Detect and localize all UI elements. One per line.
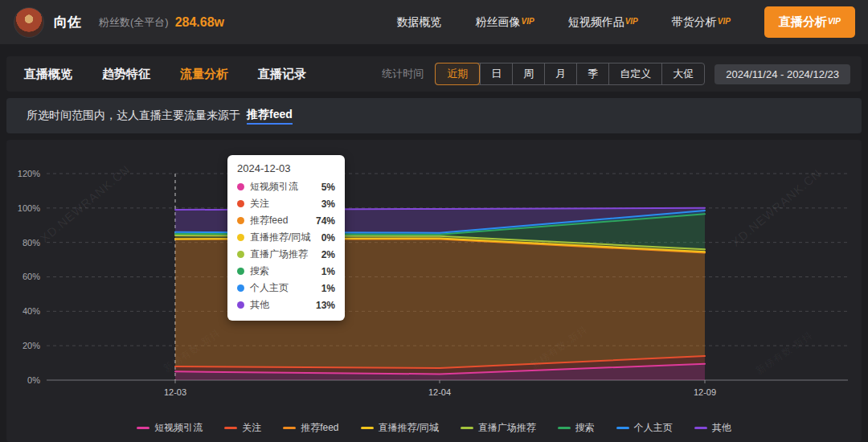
legend-item[interactable]: 搜索	[558, 421, 595, 435]
legend-item[interactable]: 个人主页	[616, 421, 673, 435]
tooltip-series-label: 个人主页	[250, 281, 317, 295]
tooltip-rows: 短视频引流5%关注3%推荐feed74%直播推荐/同城0%直播广场推荐2%搜索1…	[237, 178, 335, 313]
legend-line-marker	[137, 427, 149, 429]
series-color-dot	[237, 268, 244, 275]
fans-count-label: 粉丝数(全平台)	[99, 15, 169, 30]
svg-text:80%: 80%	[23, 238, 40, 248]
series-color-dot	[237, 284, 244, 292]
chart-legend: 短视频引流关注推荐feed直播推荐/同城直播广场推荐搜索个人主页其他	[0, 421, 868, 435]
period-day[interactable]: 日	[480, 63, 512, 84]
nav-item-sales-analysis[interactable]: 带货分析VIP	[672, 15, 731, 30]
legend-item[interactable]: 关注	[224, 421, 261, 435]
avatar[interactable]	[14, 7, 44, 38]
tooltip-series-label: 关注	[250, 197, 317, 211]
legend-line-marker	[361, 427, 374, 429]
legend-label: 关注	[242, 421, 261, 435]
summary-text: 所选时间范围内，达人直播主要流量来源于	[27, 108, 240, 123]
legend-line-marker	[616, 427, 629, 429]
tooltip-row: 直播广场推荐2%	[237, 246, 335, 263]
top-header: 向佐 粉丝数(全平台) 284.68w 数据概览 粉丝画像VIP 短视频作品VI…	[0, 0, 868, 44]
period-custom[interactable]: 自定义	[608, 63, 661, 84]
period-recent[interactable]: 近期	[435, 63, 480, 85]
top-nav: 数据概览 粉丝画像VIP 短视频作品VIP 带货分析VIP 直播分析VIP	[397, 6, 856, 38]
legend-line-marker	[461, 427, 473, 429]
tab-live-overview[interactable]: 直播概览	[24, 67, 72, 82]
page: 向佐 粉丝数(全平台) 284.68w 数据概览 粉丝画像VIP 短视频作品VI…	[0, 0, 868, 442]
stat-time-label: 统计时间	[382, 67, 424, 81]
nav-item-video-works[interactable]: 短视频作品VIP	[568, 15, 638, 30]
tooltip-series-value: 1%	[321, 266, 335, 277]
live-tabs: 直播概览 趋势特征 流量分析 直播记录	[24, 67, 306, 82]
period-month[interactable]: 月	[544, 63, 576, 84]
legend-line-marker	[283, 427, 296, 429]
summary-highlight-link[interactable]: 推荐feed	[247, 108, 293, 125]
traffic-source-chart[interactable]: 0%20%40%60%80%100%120%12-0312-0412-09	[0, 145, 868, 442]
tooltip-series-label: 直播广场推荐	[250, 248, 317, 261]
tooltip-row: 其他13%	[237, 297, 335, 313]
summary-banner: 所选时间范围内，达人直播主要流量来源于 推荐feed	[6, 98, 862, 133]
tooltip-series-value: 0%	[321, 232, 335, 244]
legend-label: 直播广场推荐	[478, 421, 536, 435]
svg-text:12-04: 12-04	[428, 387, 451, 397]
legend-item[interactable]: 推荐feed	[283, 421, 338, 435]
tooltip-series-value: 3%	[321, 198, 335, 210]
vip-badge: VIP	[522, 17, 534, 26]
period-quarter[interactable]: 季	[576, 63, 608, 84]
tooltip-series-label: 推荐feed	[250, 214, 311, 227]
tooltip-series-value: 1%	[321, 283, 335, 294]
date-range-picker[interactable]: 2024/11/24 - 2024/12/23	[714, 64, 850, 84]
svg-text:100%: 100%	[18, 203, 40, 213]
series-color-dot	[237, 183, 244, 190]
period-selector: 近期 日 周 月 季 自定义 大促	[435, 63, 705, 85]
tab-live-records[interactable]: 直播记录	[258, 67, 306, 82]
tooltip-series-label: 其他	[250, 298, 311, 312]
series-color-dot	[237, 234, 244, 241]
nav-item-data-overview[interactable]: 数据概览	[397, 15, 442, 30]
nav-button-live-analysis[interactable]: 直播分析VIP	[764, 6, 855, 38]
svg-text:120%: 120%	[18, 169, 40, 178]
legend-label: 其他	[712, 421, 731, 435]
tooltip-series-label: 搜索	[250, 264, 317, 278]
vip-badge: VIP	[718, 17, 731, 26]
legend-label: 直播推荐/同城	[379, 421, 439, 435]
svg-text:0%: 0%	[27, 375, 40, 385]
legend-label: 搜索	[575, 421, 595, 435]
tooltip-row: 关注3%	[237, 195, 335, 212]
account-name: 向佐	[54, 13, 81, 31]
tooltip-row: 直播推荐/同城0%	[237, 229, 335, 246]
legend-item[interactable]: 直播推荐/同城	[361, 421, 439, 435]
svg-text:20%: 20%	[23, 341, 40, 350]
legend-label: 个人主页	[634, 421, 673, 435]
tab-trend-features[interactable]: 趋势特征	[102, 67, 150, 82]
legend-item[interactable]: 其他	[694, 421, 731, 435]
svg-text:60%: 60%	[23, 272, 40, 281]
series-color-dot	[237, 200, 244, 207]
period-week[interactable]: 周	[512, 63, 544, 84]
period-promo[interactable]: 大促	[661, 63, 704, 84]
nav-item-fan-portrait[interactable]: 粉丝画像VIP	[476, 15, 534, 30]
series-color-dot	[237, 251, 244, 258]
svg-text:12-09: 12-09	[694, 387, 716, 397]
vip-badge: VIP	[828, 17, 841, 26]
sub-nav-bar: 直播概览 趋势特征 流量分析 直播记录 统计时间 近期 日 周 月 季 自定义 …	[6, 56, 862, 92]
series-color-dot	[237, 217, 244, 224]
tooltip-series-label: 短视频引流	[250, 180, 317, 194]
time-controls: 统计时间 近期 日 周 月 季 自定义 大促 2024/11/24 - 2024…	[382, 63, 850, 85]
tooltip-series-value: 74%	[316, 215, 335, 227]
tooltip-row: 推荐feed74%	[237, 212, 335, 229]
tooltip-series-label: 直播推荐/同城	[250, 231, 317, 244]
series-color-dot	[237, 301, 244, 309]
chart-tooltip: 2024-12-03 短视频引流5%关注3%推荐feed74%直播推荐/同城0%…	[227, 155, 345, 321]
vip-badge: VIP	[625, 17, 638, 26]
tooltip-series-value: 5%	[321, 182, 335, 193]
legend-item[interactable]: 直播广场推荐	[461, 421, 536, 435]
legend-line-marker	[558, 427, 571, 429]
legend-item[interactable]: 短视频引流	[137, 421, 203, 435]
svg-text:12-03: 12-03	[164, 387, 186, 397]
tab-traffic-analysis[interactable]: 流量分析	[180, 67, 228, 82]
legend-line-marker	[224, 427, 237, 429]
fans-count-value: 284.68w	[175, 15, 224, 30]
tooltip-row: 个人主页1%	[237, 280, 335, 297]
tooltip-row: 搜索1%	[237, 263, 335, 280]
tooltip-row: 短视频引流5%	[237, 178, 335, 195]
